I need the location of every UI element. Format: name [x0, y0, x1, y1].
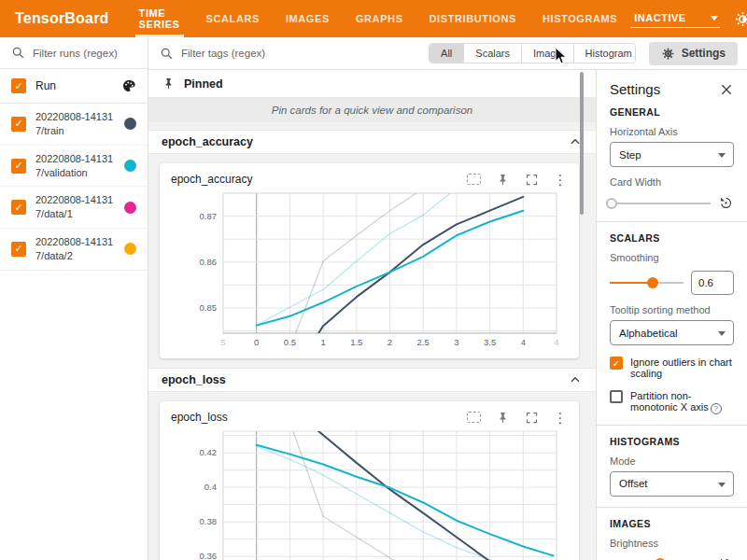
run-checkbox[interactable]: ✓: [11, 242, 26, 257]
right-column: All Scalars Image Histogram Settings: [148, 37, 747, 560]
chart-sections: epoch_accuracyepoch_accuracy⋮0.850.860.8…: [148, 130, 596, 560]
chart-card-epoch_loss: epoch_loss⋮0.420.40.380.3600.511.522.533…: [160, 401, 579, 560]
card-width-slider[interactable]: [610, 197, 711, 210]
run-color-dot: [124, 160, 136, 172]
pin-card-icon[interactable]: [495, 410, 510, 425]
tags-toolbar: All Scalars Image Histogram Settings: [148, 37, 747, 70]
reset-card-width-icon[interactable]: [718, 195, 734, 211]
run-row: ✓20220808-141317/data/2: [0, 229, 148, 271]
run-color-dot: [124, 118, 136, 130]
close-icon[interactable]: [719, 82, 734, 97]
run-list: ✓20220808-141317/train✓20220808-141317/v…: [0, 104, 148, 271]
pinned-section-header: Pinned: [148, 70, 596, 98]
settings-panel-title: Settings: [610, 81, 660, 97]
run-name: 20220808-141317/data/2: [35, 235, 124, 263]
svg-text:0.87: 0.87: [200, 211, 218, 221]
fullscreen-icon[interactable]: [524, 172, 539, 187]
card-title: epoch_loss: [171, 411, 228, 424]
svg-text:1.5: 1.5: [350, 337, 362, 347]
brightness-toggle-icon[interactable]: [734, 10, 747, 28]
chevron-up-icon[interactable]: [568, 372, 583, 387]
runs-filter-box: [0, 37, 148, 69]
histogram-mode-select[interactable]: Offset: [610, 471, 734, 497]
run-checkbox[interactable]: ✓: [11, 159, 26, 174]
horizontal-axis-label: Horizontal Axis: [610, 126, 734, 137]
tab-images[interactable]: IMAGES: [273, 0, 343, 37]
search-icon: [11, 46, 25, 60]
partition-x-axis-checkbox[interactable]: [610, 390, 623, 403]
palette-icon[interactable]: [121, 78, 136, 93]
more-options-icon[interactable]: ⋮: [553, 410, 568, 425]
tab-distributions[interactable]: DISTRIBUTIONS: [416, 0, 529, 37]
tag-type-filter-group: All Scalars Image Histogram: [429, 43, 636, 63]
fit-domain-icon[interactable]: [466, 172, 481, 187]
fullscreen-icon[interactable]: [524, 410, 539, 425]
tooltip-sorting-select[interactable]: Alphabetical: [610, 320, 734, 345]
chart-card-epoch_accuracy: epoch_accuracy⋮0.850.860.8700.511.522.53…: [160, 163, 579, 358]
more-options-icon[interactable]: ⋮: [553, 172, 568, 187]
svg-text:0.86: 0.86: [200, 257, 218, 267]
tag-filter-image[interactable]: Image: [522, 44, 574, 63]
svg-text:0.38: 0.38: [200, 516, 218, 526]
tab-time-series[interactable]: TIME SERIES: [126, 0, 193, 37]
smoothing-value-input[interactable]: [691, 271, 734, 295]
svg-text:0.4: 0.4: [204, 482, 217, 492]
svg-text:3: 3: [454, 337, 458, 347]
cards-area: Pinned Pin cards for a quick view and co…: [148, 70, 596, 560]
tooltip-sorting-label: Tooltip sorting method: [610, 304, 734, 315]
tag-filter-scalars[interactable]: Scalars: [464, 44, 522, 63]
horizontal-axis-value: Step: [619, 149, 641, 161]
content-row: Pinned Pin cards for a quick view and co…: [148, 70, 747, 560]
tag-filter-all[interactable]: All: [430, 44, 464, 63]
line-chart-epoch_accuracy[interactable]: 0.850.860.8700.511.522.533.5454: [171, 190, 562, 353]
tab-histograms[interactable]: HISTOGRAMS: [529, 0, 630, 37]
smoothing-label: Smoothing: [610, 252, 734, 263]
run-name: 20220808-141317/train: [35, 110, 124, 138]
help-icon[interactable]: ?: [711, 403, 722, 414]
histogram-mode-value: Offset: [619, 478, 647, 489]
settings-button-label: Settings: [682, 47, 726, 60]
header-actions: INACTIVE ?: [630, 0, 747, 37]
svg-text:2.5: 2.5: [417, 337, 430, 347]
tags-filter-input[interactable]: [181, 48, 429, 59]
tags-filter-box: [160, 47, 429, 61]
settings-button[interactable]: Settings: [649, 42, 738, 65]
tab-graphs[interactable]: GRAPHS: [343, 0, 416, 37]
smoothing-slider[interactable]: [610, 276, 684, 289]
chevron-down-icon: [718, 153, 726, 158]
tooltip-sorting-value: Alphabetical: [619, 328, 678, 339]
svg-text:0.5: 0.5: [284, 337, 296, 347]
tab-scalars[interactable]: SCALARS: [193, 0, 273, 37]
card-width-label: Card Width: [610, 176, 734, 188]
card-actions: ⋮: [466, 172, 568, 187]
general-section-label: GENERAL: [610, 106, 734, 118]
chevron-down-icon: [718, 483, 726, 487]
body: ✓ Run ✓20220808-141317/train✓20220808-14…: [0, 37, 747, 560]
run-select-all-checkbox[interactable]: ✓: [11, 78, 26, 93]
partition-x-axis-row: Partition non-monotonic X axis?: [610, 390, 734, 414]
svg-text:0.85: 0.85: [200, 302, 218, 313]
run-header-label: Run: [35, 79, 56, 92]
reset-brightness-icon[interactable]: [718, 556, 734, 560]
ignore-outliers-label: Ignore outliers in chart scaling: [630, 357, 734, 379]
main-scrollbar-thumb[interactable]: [580, 72, 584, 215]
search-icon: [160, 47, 174, 61]
svg-text:0.36: 0.36: [200, 551, 218, 560]
section-title: epoch_accuracy: [162, 135, 253, 148]
run-checkbox[interactable]: ✓: [11, 117, 26, 132]
pin-card-icon[interactable]: [495, 172, 510, 187]
tag-filter-histogram[interactable]: Histogram: [574, 44, 636, 63]
brightness-label: Brightness: [610, 538, 734, 549]
runs-sidebar: ✓ Run ✓20220808-141317/train✓20220808-14…: [0, 37, 148, 560]
ignore-outliers-checkbox[interactable]: ✓: [610, 357, 623, 370]
images-section-label: IMAGES: [610, 518, 734, 529]
data-status-dropdown[interactable]: INACTIVE: [630, 9, 719, 28]
gear-icon: [661, 47, 675, 61]
line-chart-epoch_loss[interactable]: 0.420.40.380.3600.511.522.533.5454: [171, 428, 562, 560]
pinned-title: Pinned: [184, 77, 223, 91]
runs-filter-input[interactable]: [33, 48, 136, 59]
fit-domain-icon[interactable]: [466, 410, 481, 425]
horizontal-axis-select[interactable]: Step: [610, 142, 734, 167]
run-checkbox[interactable]: ✓: [11, 200, 26, 215]
status-label: INACTIVE: [634, 12, 685, 23]
